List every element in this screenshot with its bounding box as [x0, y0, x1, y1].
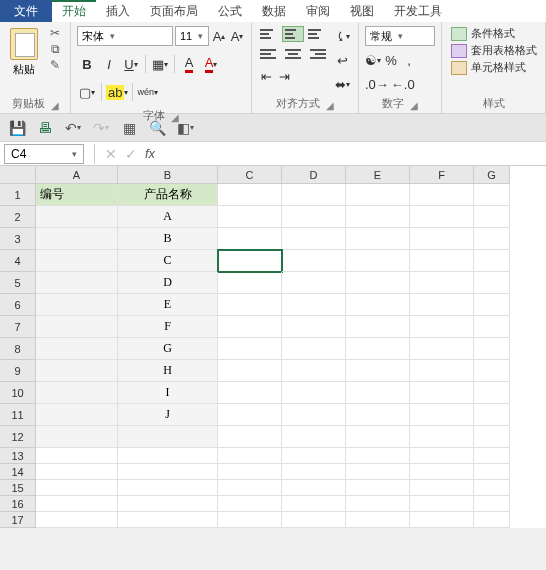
- decrease-indent-button[interactable]: ⇤: [258, 66, 274, 86]
- cell-D15[interactable]: [282, 480, 346, 496]
- cell-A16[interactable]: [36, 496, 118, 512]
- border-button[interactable]: ▦▾: [150, 54, 170, 74]
- tab-file[interactable]: 文件: [0, 0, 52, 22]
- cell-D8[interactable]: [282, 338, 346, 360]
- print-button[interactable]: 🖶: [36, 119, 54, 137]
- tab-developer[interactable]: 开发工具: [384, 0, 452, 22]
- fill-border-button[interactable]: ▢▾: [77, 82, 97, 102]
- font-size-combo[interactable]: 11▾: [175, 26, 209, 46]
- cell-B9[interactable]: H: [118, 360, 218, 382]
- cell-B10[interactable]: I: [118, 382, 218, 404]
- cell-A9[interactable]: [36, 360, 118, 382]
- cell-D3[interactable]: [282, 228, 346, 250]
- cell-A1[interactable]: 编号: [36, 184, 118, 206]
- cell-F12[interactable]: [410, 426, 474, 448]
- cell-C11[interactable]: [218, 404, 282, 426]
- format-painter-button[interactable]: ✎: [46, 58, 64, 72]
- cell-A15[interactable]: [36, 480, 118, 496]
- cell-C5[interactable]: [218, 272, 282, 294]
- cell-B13[interactable]: [118, 448, 218, 464]
- clipboard-launcher[interactable]: ◢: [51, 100, 59, 111]
- tab-pagelayout[interactable]: 页面布局: [140, 0, 208, 22]
- font-color-button[interactable]: A▾: [201, 54, 221, 74]
- cell-E16[interactable]: [346, 496, 410, 512]
- qat-item-1[interactable]: ▦: [120, 119, 138, 137]
- cell-G4[interactable]: [474, 250, 510, 272]
- cell-E15[interactable]: [346, 480, 410, 496]
- cut-button[interactable]: ✂: [46, 26, 64, 40]
- cell-C15[interactable]: [218, 480, 282, 496]
- cell-E11[interactable]: [346, 404, 410, 426]
- cell-F7[interactable]: [410, 316, 474, 338]
- row-header[interactable]: 3: [0, 228, 36, 250]
- cell-F6[interactable]: [410, 294, 474, 316]
- cell-C4[interactable]: [218, 250, 282, 272]
- col-header-C[interactable]: C: [218, 166, 282, 184]
- cell-G11[interactable]: [474, 404, 510, 426]
- paste-button[interactable]: 粘贴: [6, 26, 42, 79]
- cell-B1[interactable]: 产品名称: [118, 184, 218, 206]
- cell-F13[interactable]: [410, 448, 474, 464]
- tab-data[interactable]: 数据: [252, 0, 296, 22]
- accept-formula-button[interactable]: ✓: [121, 146, 141, 162]
- col-header-B[interactable]: B: [118, 166, 218, 184]
- cell-D12[interactable]: [282, 426, 346, 448]
- conditional-format-button[interactable]: 条件格式: [451, 26, 537, 41]
- row-header[interactable]: 15: [0, 480, 36, 496]
- table-format-button[interactable]: 套用表格格式: [451, 43, 537, 58]
- cell-C12[interactable]: [218, 426, 282, 448]
- cell-C9[interactable]: [218, 360, 282, 382]
- row-header[interactable]: 13: [0, 448, 36, 464]
- cell-E14[interactable]: [346, 464, 410, 480]
- cell-F2[interactable]: [410, 206, 474, 228]
- cell-A10[interactable]: [36, 382, 118, 404]
- row-header[interactable]: 1: [0, 184, 36, 206]
- col-header-E[interactable]: E: [346, 166, 410, 184]
- cell-F5[interactable]: [410, 272, 474, 294]
- tab-formulas[interactable]: 公式: [208, 0, 252, 22]
- cell-F17[interactable]: [410, 512, 474, 528]
- row-header[interactable]: 12: [0, 426, 36, 448]
- cell-D10[interactable]: [282, 382, 346, 404]
- cell-G7[interactable]: [474, 316, 510, 338]
- col-header-A[interactable]: A: [36, 166, 118, 184]
- cell-G10[interactable]: [474, 382, 510, 404]
- cell-A4[interactable]: [36, 250, 118, 272]
- cell-B15[interactable]: [118, 480, 218, 496]
- cell-C3[interactable]: [218, 228, 282, 250]
- align-center-button[interactable]: [282, 46, 304, 62]
- orientation-button[interactable]: ⤹▾: [332, 26, 352, 46]
- cell-G8[interactable]: [474, 338, 510, 360]
- row-header[interactable]: 7: [0, 316, 36, 338]
- cell-A13[interactable]: [36, 448, 118, 464]
- cell-style-button[interactable]: 单元格样式: [451, 60, 537, 75]
- qat-item-3[interactable]: ◧▾: [176, 119, 194, 137]
- cell-F11[interactable]: [410, 404, 474, 426]
- alignment-launcher[interactable]: ◢: [326, 100, 334, 111]
- underline-button[interactable]: U▾: [121, 54, 141, 74]
- cell-G15[interactable]: [474, 480, 510, 496]
- cell-C8[interactable]: [218, 338, 282, 360]
- align-right-button[interactable]: [306, 46, 328, 62]
- decrease-decimal-button[interactable]: ←.0: [391, 74, 415, 94]
- cell-B16[interactable]: [118, 496, 218, 512]
- cell-E4[interactable]: [346, 250, 410, 272]
- cell-E6[interactable]: [346, 294, 410, 316]
- cell-F1[interactable]: [410, 184, 474, 206]
- cell-B17[interactable]: [118, 512, 218, 528]
- row-header[interactable]: 5: [0, 272, 36, 294]
- row-header[interactable]: 10: [0, 382, 36, 404]
- cell-G16[interactable]: [474, 496, 510, 512]
- row-header[interactable]: 8: [0, 338, 36, 360]
- cell-F15[interactable]: [410, 480, 474, 496]
- cell-F4[interactable]: [410, 250, 474, 272]
- bold-button[interactable]: B: [77, 54, 97, 74]
- cell-D13[interactable]: [282, 448, 346, 464]
- cell-F9[interactable]: [410, 360, 474, 382]
- cell-A5[interactable]: [36, 272, 118, 294]
- tab-home[interactable]: 开始: [52, 0, 96, 22]
- cell-C17[interactable]: [218, 512, 282, 528]
- row-header[interactable]: 16: [0, 496, 36, 512]
- cell-A3[interactable]: [36, 228, 118, 250]
- phonetic-button[interactable]: wén▾: [137, 82, 158, 102]
